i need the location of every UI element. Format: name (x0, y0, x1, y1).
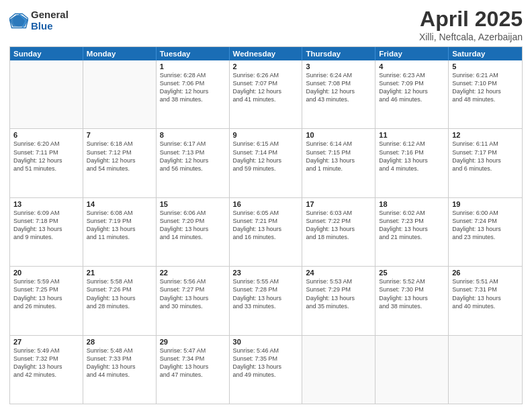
calendar-cell-w5d2: 28Sunrise: 5:48 AM Sunset: 7:33 PM Dayli… (83, 336, 157, 404)
logo: General Blue (9, 9, 69, 32)
day-number: 8 (160, 131, 226, 139)
header-thursday: Thursday (302, 47, 375, 60)
calendar-cell-w5d1: 27Sunrise: 5:49 AM Sunset: 7:32 PM Dayli… (10, 336, 83, 404)
calendar-cell-w3d3: 15Sunrise: 6:06 AM Sunset: 7:20 PM Dayli… (157, 198, 230, 266)
logo-blue-text: Blue (31, 21, 69, 32)
calendar-cell-w4d7: 26Sunrise: 5:51 AM Sunset: 7:31 PM Dayli… (449, 267, 522, 334)
calendar-cell-w1d4: 2Sunrise: 6:26 AM Sunset: 7:07 PM Daylig… (230, 60, 303, 128)
day-info: Sunrise: 6:05 AM Sunset: 7:21 PM Dayligh… (233, 209, 299, 242)
day-number: 3 (306, 62, 371, 71)
calendar-cell-w3d4: 16Sunrise: 6:05 AM Sunset: 7:21 PM Dayli… (230, 198, 303, 266)
calendar-cell-w3d7: 19Sunrise: 6:00 AM Sunset: 7:24 PM Dayli… (449, 198, 522, 266)
page: General Blue April 2025 Xilli, Neftcala,… (0, 0, 532, 411)
day-number: 23 (233, 269, 299, 277)
day-info: Sunrise: 5:55 AM Sunset: 7:28 PM Dayligh… (233, 277, 299, 310)
day-info: Sunrise: 6:26 AM Sunset: 7:07 PM Dayligh… (233, 71, 299, 104)
day-number: 7 (87, 131, 152, 139)
day-number: 1 (160, 62, 226, 71)
day-number: 21 (87, 269, 152, 277)
calendar-cell-w1d2 (83, 60, 157, 128)
calendar-cell-w1d3: 1Sunrise: 6:28 AM Sunset: 7:06 PM Daylig… (157, 60, 230, 128)
day-info: Sunrise: 6:06 AM Sunset: 7:20 PM Dayligh… (160, 209, 226, 242)
day-info: Sunrise: 5:56 AM Sunset: 7:27 PM Dayligh… (160, 277, 226, 310)
day-info: Sunrise: 5:53 AM Sunset: 7:29 PM Dayligh… (306, 277, 371, 310)
calendar-body: 1Sunrise: 6:28 AM Sunset: 7:06 PM Daylig… (10, 60, 522, 404)
calendar-cell-w2d2: 7Sunrise: 6:18 AM Sunset: 7:12 PM Daylig… (83, 129, 157, 197)
calendar-cell-w1d6: 4Sunrise: 6:23 AM Sunset: 7:09 PM Daylig… (375, 60, 449, 128)
day-info: Sunrise: 6:20 AM Sunset: 7:11 PM Dayligh… (13, 140, 79, 173)
day-info: Sunrise: 6:14 AM Sunset: 7:15 PM Dayligh… (306, 140, 371, 173)
calendar-cell-w1d7: 5Sunrise: 6:21 AM Sunset: 7:10 PM Daylig… (449, 60, 522, 128)
logo-text: General Blue (31, 9, 69, 32)
calendar-cell-w2d3: 8Sunrise: 6:17 AM Sunset: 7:13 PM Daylig… (157, 129, 230, 197)
day-number: 10 (306, 131, 371, 139)
calendar-cell-w3d2: 14Sunrise: 6:08 AM Sunset: 7:19 PM Dayli… (83, 198, 157, 266)
day-number: 22 (160, 269, 226, 277)
day-number: 14 (87, 200, 152, 208)
day-number: 4 (379, 62, 445, 71)
day-info: Sunrise: 5:52 AM Sunset: 7:30 PM Dayligh… (379, 277, 445, 310)
calendar-week-4: 20Sunrise: 5:59 AM Sunset: 7:25 PM Dayli… (10, 266, 522, 334)
calendar-cell-w2d4: 9Sunrise: 6:15 AM Sunset: 7:14 PM Daylig… (230, 129, 303, 197)
day-number: 20 (13, 269, 79, 277)
day-number: 30 (233, 338, 299, 346)
calendar-cell-w4d3: 22Sunrise: 5:56 AM Sunset: 7:27 PM Dayli… (157, 267, 230, 334)
day-number: 5 (452, 62, 519, 71)
day-number: 13 (13, 200, 79, 208)
calendar-week-1: 1Sunrise: 6:28 AM Sunset: 7:06 PM Daylig… (10, 60, 522, 128)
calendar-cell-w5d5 (302, 336, 375, 404)
calendar-week-5: 27Sunrise: 5:49 AM Sunset: 7:32 PM Dayli… (10, 335, 522, 404)
day-info: Sunrise: 5:59 AM Sunset: 7:25 PM Dayligh… (13, 277, 79, 310)
day-number: 27 (13, 338, 79, 346)
calendar-cell-w2d1: 6Sunrise: 6:20 AM Sunset: 7:11 PM Daylig… (10, 129, 83, 197)
calendar-cell-w2d5: 10Sunrise: 6:14 AM Sunset: 7:15 PM Dayli… (302, 129, 375, 197)
calendar-week-3: 13Sunrise: 6:09 AM Sunset: 7:18 PM Dayli… (10, 197, 522, 266)
day-number: 2 (233, 62, 299, 71)
day-number: 26 (452, 269, 519, 277)
day-info: Sunrise: 6:02 AM Sunset: 7:23 PM Dayligh… (379, 209, 445, 242)
day-info: Sunrise: 6:09 AM Sunset: 7:18 PM Dayligh… (13, 209, 79, 242)
day-number: 29 (160, 338, 226, 346)
day-info: Sunrise: 6:00 AM Sunset: 7:24 PM Dayligh… (452, 209, 519, 242)
day-info: Sunrise: 5:49 AM Sunset: 7:32 PM Dayligh… (13, 347, 79, 379)
calendar-cell-w3d1: 13Sunrise: 6:09 AM Sunset: 7:18 PM Dayli… (10, 198, 83, 266)
day-info: Sunrise: 6:12 AM Sunset: 7:16 PM Dayligh… (379, 140, 445, 173)
calendar-cell-w5d3: 29Sunrise: 5:47 AM Sunset: 7:34 PM Dayli… (157, 336, 230, 404)
calendar-cell-w4d4: 23Sunrise: 5:55 AM Sunset: 7:28 PM Dayli… (230, 267, 303, 334)
header-friday: Friday (375, 47, 449, 60)
day-info: Sunrise: 6:23 AM Sunset: 7:09 PM Dayligh… (379, 71, 445, 104)
day-number: 6 (13, 131, 79, 139)
day-number: 12 (452, 131, 519, 139)
header-wednesday: Wednesday (230, 47, 303, 60)
day-number: 16 (233, 200, 299, 208)
header-monday: Monday (83, 47, 157, 60)
header-saturday: Saturday (449, 47, 522, 60)
header-tuesday: Tuesday (157, 47, 230, 60)
header: General Blue April 2025 Xilli, Neftcala,… (9, 7, 523, 42)
day-number: 19 (452, 200, 519, 208)
day-number: 11 (379, 131, 445, 139)
day-info: Sunrise: 6:08 AM Sunset: 7:19 PM Dayligh… (87, 209, 152, 242)
day-info: Sunrise: 5:58 AM Sunset: 7:26 PM Dayligh… (87, 277, 152, 310)
day-number: 9 (233, 131, 299, 139)
day-number: 24 (306, 269, 371, 277)
day-info: Sunrise: 6:17 AM Sunset: 7:13 PM Dayligh… (160, 140, 226, 173)
day-number: 28 (87, 338, 152, 346)
title-block: April 2025 Xilli, Neftcala, Azerbaijan (419, 7, 523, 42)
day-info: Sunrise: 5:51 AM Sunset: 7:31 PM Dayligh… (452, 277, 519, 310)
day-info: Sunrise: 6:11 AM Sunset: 7:17 PM Dayligh… (452, 140, 519, 173)
calendar-cell-w3d5: 17Sunrise: 6:03 AM Sunset: 7:22 PM Dayli… (302, 198, 375, 266)
calendar-cell-w4d1: 20Sunrise: 5:59 AM Sunset: 7:25 PM Dayli… (10, 267, 83, 334)
day-number: 18 (379, 200, 445, 208)
calendar-cell-w3d6: 18Sunrise: 6:02 AM Sunset: 7:23 PM Dayli… (375, 198, 449, 266)
day-info: Sunrise: 5:46 AM Sunset: 7:35 PM Dayligh… (233, 347, 299, 379)
day-info: Sunrise: 5:48 AM Sunset: 7:33 PM Dayligh… (87, 347, 152, 379)
calendar-cell-w5d6 (375, 336, 449, 404)
header-sunday: Sunday (10, 47, 83, 60)
calendar-cell-w4d6: 25Sunrise: 5:52 AM Sunset: 7:30 PM Dayli… (375, 267, 449, 334)
calendar-week-2: 6Sunrise: 6:20 AM Sunset: 7:11 PM Daylig… (10, 128, 522, 197)
day-info: Sunrise: 6:15 AM Sunset: 7:14 PM Dayligh… (233, 140, 299, 173)
calendar-cell-w1d5: 3Sunrise: 6:24 AM Sunset: 7:08 PM Daylig… (302, 60, 375, 128)
calendar-cell-w4d5: 24Sunrise: 5:53 AM Sunset: 7:29 PM Dayli… (302, 267, 375, 334)
title-location: Xilli, Neftcala, Azerbaijan (419, 32, 523, 42)
